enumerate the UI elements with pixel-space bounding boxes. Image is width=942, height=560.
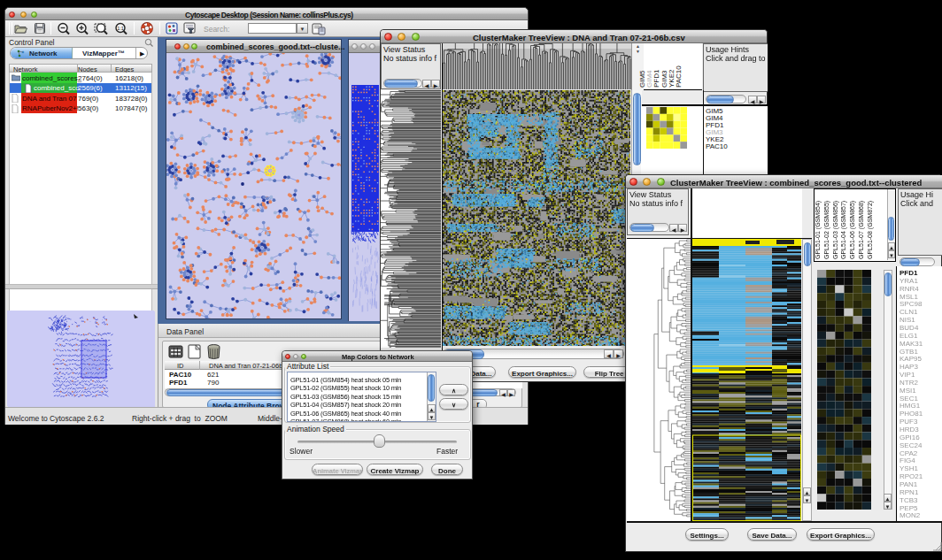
svg-text:1:1: 1:1	[117, 26, 124, 31]
